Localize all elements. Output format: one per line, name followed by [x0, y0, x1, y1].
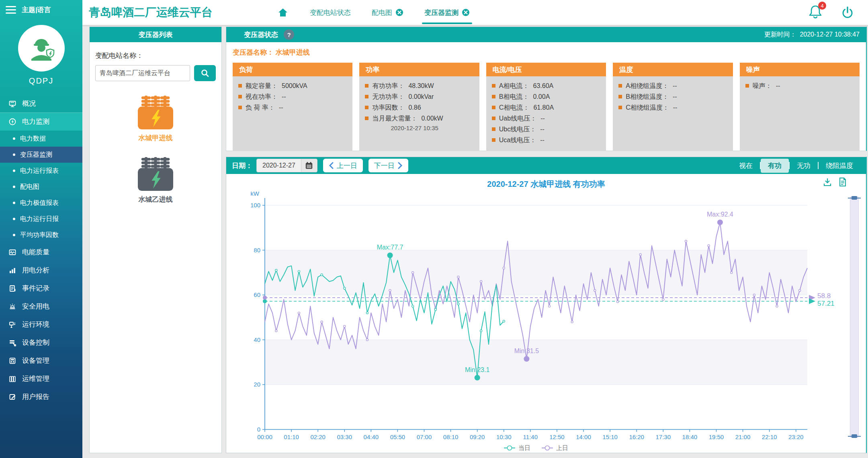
svg-text:80: 80 — [254, 247, 260, 254]
sidebar-item-4[interactable]: 事件记录 — [0, 279, 82, 297]
chevron-right-icon — [398, 162, 403, 169]
power-mode-switcher: 视在有功无功绕阻温度 — [732, 159, 860, 173]
header-actions: 4 — [809, 4, 868, 20]
line-chart[interactable]: 020406080100kW00:0001:1002:2003:3004:400… — [226, 192, 866, 452]
close-tab-icon[interactable] — [395, 8, 403, 16]
home-icon[interactable] — [277, 6, 289, 18]
search-icon — [200, 68, 210, 78]
logout-button[interactable] — [841, 6, 854, 19]
close-tab-icon[interactable] — [462, 8, 470, 16]
svg-text:22:10: 22:10 — [762, 433, 777, 440]
search-button[interactable] — [194, 65, 216, 81]
worker-avatar-icon — [26, 33, 57, 64]
chart-panel: 日期： 2020-12-27 上一日 下一日 视在有功无功绕阻温度 2020-1… — [226, 157, 867, 453]
station-search-input[interactable] — [95, 65, 190, 81]
sidebar-subitem-1-6[interactable]: 平均功率因数 — [0, 227, 82, 243]
sidebar-subitem-1-0[interactable]: 电力数据 — [0, 131, 82, 147]
calendar-icon[interactable] — [301, 159, 317, 172]
svg-text:57.21: 57.21 — [817, 300, 835, 307]
svg-text:12:50: 12:50 — [549, 433, 565, 440]
metric-value: 63.60A — [533, 81, 553, 90]
svg-text:58.8: 58.8 — [817, 292, 831, 300]
help-icon[interactable]: ? — [284, 29, 294, 40]
prev-day-button[interactable]: 上一日 — [323, 159, 363, 172]
svg-text:10:30: 10:30 — [496, 433, 512, 440]
mode-视在[interactable]: 视在 — [732, 159, 760, 173]
bullet-icon — [238, 84, 242, 88]
metric-row: 当月最大需量：0.00kW — [365, 114, 473, 123]
mode-有功[interactable]: 有功 — [761, 159, 789, 173]
datazoom-top-handle[interactable] — [848, 196, 861, 200]
sidebar-subitem-1-2[interactable]: 电力运行报表 — [0, 163, 82, 179]
sidebar-subitem-1-3[interactable]: 配电图 — [0, 179, 82, 195]
power-quality-icon — [8, 248, 17, 257]
transformer-item-1[interactable]: 水城乙进线 — [90, 156, 221, 204]
svg-text:Max:92.4: Max:92.4 — [707, 211, 733, 218]
sidebar-item-0[interactable]: 概况 — [0, 94, 82, 112]
usage-analysis-icon — [8, 266, 17, 275]
report-icon[interactable] — [838, 177, 848, 188]
sidebar-item-10[interactable]: 用户报告 — [0, 388, 82, 406]
svg-text:当日: 当日 — [518, 444, 530, 451]
hamburger-menu-icon[interactable] — [6, 4, 16, 16]
metric-card-3: 温度A相绕组温度：--B相绕组温度：--C相绕组温度：-- — [613, 63, 733, 151]
sidebar-item-label: 用电分析 — [22, 266, 49, 275]
date-picker[interactable]: 2020-12-27 — [256, 159, 317, 172]
sidebar-item-2[interactable]: 电能质量 — [0, 243, 82, 261]
svg-text:Min:31.5: Min:31.5 — [514, 348, 539, 354]
metric-value: -- — [279, 103, 283, 112]
card-title: 噪声 — [740, 63, 860, 76]
metric-value: -- — [540, 135, 545, 145]
metric-row: 额定容量：5000kVA — [238, 81, 347, 90]
metric-row: Uca线电压：-- — [492, 135, 600, 145]
metric-label: Uca线电压： — [499, 135, 536, 145]
tab-1[interactable]: 配电图 — [372, 0, 403, 25]
metric-value: 5000kVA — [282, 81, 307, 90]
sidebar-subitem-1-5[interactable]: 电力运行日报 — [0, 211, 82, 227]
bullet-icon — [492, 95, 495, 98]
svg-text:08:10: 08:10 — [443, 433, 459, 440]
sidebar-item-3[interactable]: 用电分析 — [0, 261, 82, 279]
notifications-button[interactable]: 4 — [809, 4, 822, 20]
avatar[interactable] — [18, 25, 65, 72]
card-title: 温度 — [613, 63, 733, 76]
sidebar-item-5[interactable]: 安全用电 — [0, 297, 82, 315]
theme-language-link[interactable]: 主题|语言 — [22, 5, 51, 14]
transformer-name-row: 变压器名称： 水城甲进线 — [233, 48, 866, 57]
header: 青岛啤酒二厂运维云平台 变配电站状态配电图变压器监测 4 — [82, 0, 868, 25]
sidebar-item-9[interactable]: 运维管理 — [0, 370, 82, 388]
sidebar-item-6[interactable]: 运行环境 — [0, 315, 82, 333]
metric-label: Ubc线电压： — [499, 125, 536, 134]
datazoom-bottom-handle[interactable] — [848, 434, 861, 438]
metric-row: 无功功率：0.00kVar — [365, 92, 473, 101]
transformer-icon — [135, 187, 176, 194]
date-value: 2020-12-27 — [257, 162, 301, 169]
tab-label: 变压器监测 — [424, 8, 459, 17]
sidebar-item-7[interactable]: 设备控制 — [0, 333, 82, 352]
sidebar-item-label: 用户报告 — [22, 392, 49, 401]
metric-label: C相电流： — [499, 103, 530, 112]
tab-2[interactable]: 变压器监测 — [424, 0, 470, 25]
mode-绕阻温度[interactable]: 绕阻温度 — [819, 159, 860, 173]
power-monitoring-icon — [8, 117, 17, 126]
metric-value: 0.86 — [408, 103, 421, 112]
sidebar-item-8[interactable]: 设备管理 — [0, 352, 82, 370]
sidebar-subitem-1-1[interactable]: 变压器监测 — [0, 147, 82, 163]
bullet-icon — [492, 117, 495, 120]
sidebar-subitem-1-4[interactable]: 电力极值报表 — [0, 195, 82, 211]
transformer-name: 水城甲进线 — [90, 133, 221, 143]
datazoom-slider[interactable] — [850, 196, 859, 438]
tab-0[interactable]: 变配电站状态 — [310, 0, 351, 25]
next-day-button[interactable]: 下一日 — [368, 159, 408, 172]
transformer-item-0-selected[interactable]: 水城甲进线 — [90, 95, 221, 143]
svg-text:14:00: 14:00 — [576, 433, 591, 440]
sidebar-item-1[interactable]: 电力监测 — [0, 112, 82, 131]
metric-row: C相电流：61.80A — [492, 103, 600, 112]
mode-无功[interactable]: 无功 — [790, 159, 818, 173]
power-icon — [841, 6, 854, 19]
download-icon[interactable] — [823, 177, 832, 188]
metric-label: A相绕组温度： — [626, 81, 669, 90]
username: QDPJ — [0, 76, 82, 86]
metric-row: Ubc线电压：-- — [492, 125, 600, 134]
bullet-icon — [365, 106, 368, 109]
